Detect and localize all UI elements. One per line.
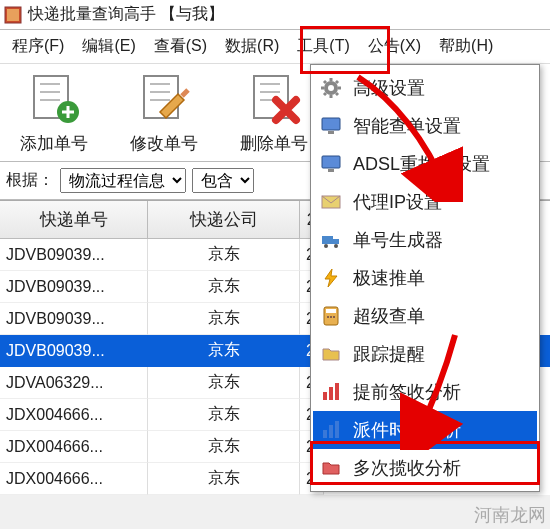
dropdown-item[interactable]: 跟踪提醒 — [313, 335, 537, 373]
truck-icon — [319, 228, 343, 252]
svg-point-7 — [328, 85, 334, 91]
menu-notice[interactable]: 公告(X) — [360, 32, 429, 61]
cell-tracking: JDVB09039... — [0, 335, 148, 367]
svg-rect-27 — [335, 421, 339, 438]
edit-button[interactable]: 修改单号 — [120, 70, 208, 155]
dropdown-item[interactable]: ADSL重拨号设置 — [313, 145, 537, 183]
dropdown-item-label: 高级设置 — [353, 76, 425, 100]
menu-edit[interactable]: 编辑(E) — [74, 32, 143, 61]
dropdown-item[interactable]: 多次揽收分析 — [313, 449, 537, 487]
cell-tracking: JDX004666... — [0, 399, 148, 431]
cell-company: 京东 — [148, 239, 300, 271]
dropdown-item-label: 多次揽收分析 — [353, 456, 461, 480]
folder2-icon — [319, 456, 343, 480]
dropdown-item-label: 智能查单设置 — [353, 114, 461, 138]
svg-point-21 — [333, 316, 335, 318]
app-icon — [4, 6, 22, 24]
dropdown-item[interactable]: 高级设置 — [313, 69, 537, 107]
svg-rect-25 — [323, 430, 327, 438]
cell-company: 京东 — [148, 367, 300, 399]
dropdown-item-label: ADSL重拨号设置 — [353, 152, 490, 176]
monitor-icon — [319, 152, 343, 176]
menu-data[interactable]: 数据(R) — [217, 32, 287, 61]
col-company[interactable]: 快递公司 — [148, 201, 300, 239]
cell-company: 京东 — [148, 399, 300, 431]
dropdown-item-label: 超级查单 — [353, 304, 425, 328]
svg-rect-1 — [7, 9, 19, 21]
bolt-icon — [319, 266, 343, 290]
svg-point-16 — [334, 244, 338, 248]
cell-company: 京东 — [148, 431, 300, 463]
svg-rect-9 — [328, 131, 334, 134]
chart-red-icon — [319, 380, 343, 404]
dropdown-item-label: 极速推单 — [353, 266, 425, 290]
window-title: 快递批量查询高手 【与我】 — [28, 4, 224, 25]
folder-icon — [319, 342, 343, 366]
menu-tools[interactable]: 工具(T) — [289, 32, 357, 61]
delete-button[interactable]: 删除单号 — [230, 70, 318, 155]
cell-company: 京东 — [148, 335, 300, 367]
cell-tracking: JDX004666... — [0, 463, 148, 495]
delete-icon — [246, 70, 302, 126]
dropdown-item[interactable]: 超级查单 — [313, 297, 537, 335]
dropdown-item[interactable]: 单号生成器 — [313, 221, 537, 259]
edit-label: 修改单号 — [130, 132, 198, 155]
dropdown-item[interactable]: 代理IP设置 — [313, 183, 537, 221]
menu-program[interactable]: 程序(F) — [4, 32, 72, 61]
svg-rect-22 — [323, 392, 327, 400]
cell-tracking: JDVA06329... — [0, 367, 148, 399]
dropdown-item-label: 派件时效分析 — [353, 418, 461, 442]
filter-op-select[interactable]: 包含 — [192, 168, 254, 193]
dropdown-item[interactable]: 派件时效分析 — [313, 411, 537, 449]
menu-view[interactable]: 查看(S) — [146, 32, 215, 61]
svg-point-20 — [330, 316, 332, 318]
svg-rect-24 — [335, 383, 339, 400]
svg-rect-13 — [322, 236, 333, 244]
svg-rect-18 — [326, 309, 336, 313]
add-button[interactable]: 添加单号 — [10, 70, 98, 155]
svg-rect-23 — [329, 387, 333, 400]
dropdown-item-label: 提前签收分析 — [353, 380, 461, 404]
filter-field-select[interactable]: 物流过程信息 — [60, 168, 186, 193]
cell-company: 京东 — [148, 463, 300, 495]
cell-tracking: JDVB09039... — [0, 303, 148, 335]
chart-blue-icon — [319, 418, 343, 442]
edit-icon — [136, 70, 192, 126]
add-icon — [26, 70, 82, 126]
svg-rect-14 — [333, 239, 339, 244]
calc-icon — [319, 304, 343, 328]
monitor-icon — [319, 114, 343, 138]
dropdown-item[interactable]: 提前签收分析 — [313, 373, 537, 411]
dropdown-item-label: 单号生成器 — [353, 228, 443, 252]
add-label: 添加单号 — [20, 132, 88, 155]
titlebar: 快递批量查询高手 【与我】 — [0, 0, 550, 30]
cell-tracking: JDVB09039... — [0, 239, 148, 271]
svg-rect-26 — [329, 425, 333, 438]
delete-label: 删除单号 — [240, 132, 308, 155]
cell-company: 京东 — [148, 271, 300, 303]
menu-help[interactable]: 帮助(H) — [431, 32, 501, 61]
svg-rect-8 — [322, 118, 340, 130]
filter-label: 根据： — [6, 170, 54, 191]
svg-point-15 — [324, 244, 328, 248]
envelope-icon — [319, 190, 343, 214]
col-tracking[interactable]: 快递单号 — [0, 201, 148, 239]
dropdown-item-label: 跟踪提醒 — [353, 342, 425, 366]
dropdown-item[interactable]: 极速推单 — [313, 259, 537, 297]
cell-company: 京东 — [148, 303, 300, 335]
dropdown-item[interactable]: 智能查单设置 — [313, 107, 537, 145]
tools-dropdown: 高级设置智能查单设置ADSL重拨号设置代理IP设置单号生成器极速推单超级查单跟踪… — [310, 64, 540, 492]
menubar: 程序(F) 编辑(E) 查看(S) 数据(R) 工具(T) 公告(X) 帮助(H… — [0, 30, 550, 64]
cell-tracking: JDVB09039... — [0, 271, 148, 303]
svg-point-19 — [327, 316, 329, 318]
watermark: 河南龙网 — [474, 503, 546, 527]
dropdown-item-label: 代理IP设置 — [353, 190, 442, 214]
cell-tracking: JDX004666... — [0, 431, 148, 463]
svg-rect-10 — [322, 156, 340, 168]
gear-icon — [319, 76, 343, 100]
svg-rect-11 — [328, 169, 334, 172]
